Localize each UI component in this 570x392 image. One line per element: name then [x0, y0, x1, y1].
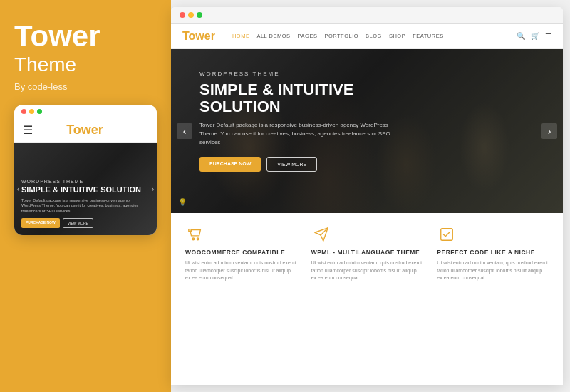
feature-code-title: PERFECT CODE LIKE A NICHE	[437, 249, 549, 256]
site-features: WOOCOMMERCE COMPATIBLE Ut wisi enim ad m…	[171, 213, 563, 385]
feature-woocommerce-text: Ut wisi enim ad minim veniam, quis nostr…	[185, 259, 297, 282]
purchase-button[interactable]: PURCHASE NOW	[200, 157, 261, 172]
viewmore-button[interactable]: VIEW MORE	[266, 157, 317, 172]
browser-chrome	[171, 7, 563, 24]
nav-blog[interactable]: BLOG	[366, 33, 382, 39]
nav-features[interactable]: FEATURES	[413, 33, 443, 39]
mobile-hero: ‹ › WORDPRESS THEME SIMPLE & INTUITIVE S…	[14, 143, 157, 235]
mobile-purchase-button[interactable]: PURCHASE NOW	[21, 218, 60, 228]
browser-window: Tower HOME ALL DEMOS PAGES PORTFOLIO BLO…	[171, 7, 563, 385]
feature-cart-icon-wrap	[185, 225, 205, 244]
browser-dot-red	[180, 12, 185, 18]
browser-window-dots	[180, 12, 202, 18]
theme-author: By code-less	[14, 81, 157, 92]
nav-shop[interactable]: SHOP	[389, 33, 405, 39]
mobile-window-dots	[21, 109, 42, 114]
mobile-dot-green	[37, 109, 42, 114]
browser-dot-yellow	[188, 12, 194, 18]
feature-wpml: WPML - MULTILANGUAGE THEME Ut wisi enim …	[311, 225, 423, 373]
right-panel: Tower HOME ALL DEMOS PAGES PORTFOLIO BLO…	[171, 0, 570, 392]
feature-code-text: Ut wisi enim ad minim veniam, quis nostr…	[437, 259, 549, 282]
search-icon[interactable]: 🔍	[517, 32, 525, 40]
nav-pages[interactable]: PAGES	[298, 33, 318, 39]
check-feature-icon	[439, 227, 455, 242]
mobile-next-arrow[interactable]: ›	[152, 185, 154, 192]
theme-title: Tower	[14, 21, 157, 51]
mobile-hero-title: SIMPLE & INTUITIVE SOLUTION	[21, 185, 150, 195]
mobile-hero-buttons: PURCHASE NOW VIEW MORE	[21, 218, 150, 228]
browser-dot-green	[197, 12, 202, 18]
hero-indicator: 💡	[178, 198, 187, 206]
mobile-hamburger-icon[interactable]: ☰	[23, 123, 33, 137]
mobile-hero-text: Tower Default package is a responsive bu…	[21, 198, 150, 215]
mobile-dot-red	[21, 109, 26, 114]
feature-wpml-title: WPML - MULTILANGUAGE THEME	[311, 249, 423, 256]
hero-next-arrow[interactable]: ›	[542, 123, 557, 139]
mobile-top-bar	[14, 105, 157, 118]
hero-title: SIMPLE & INTUITIVE SOLUTION	[200, 81, 399, 115]
nav-home[interactable]: HOME	[232, 33, 250, 39]
cart-feature-icon	[187, 227, 203, 242]
nav-links: HOME ALL DEMOS PAGES PORTFOLIO BLOG SHOP…	[232, 33, 507, 39]
nav-all-demos[interactable]: ALL DEMOS	[256, 33, 290, 39]
feature-woocommerce: WOOCOMMERCE COMPATIBLE Ut wisi enim ad m…	[185, 225, 297, 373]
left-panel: Tower Theme By code-less ☰ Tower ‹ › WOR…	[0, 0, 171, 392]
site-hero: WORDPRESS THEME SIMPLE & INTUITIVE SOLUT…	[171, 49, 563, 213]
mobile-logo-accent: T	[66, 123, 73, 137]
feature-woocommerce-title: WOOCOMMERCE COMPATIBLE	[185, 249, 297, 256]
nav-portfolio[interactable]: PORTFOLIO	[324, 33, 358, 39]
hero-desc: Tower Default package is a responsive bu…	[200, 121, 399, 147]
site-wrapper: Tower HOME ALL DEMOS PAGES PORTFOLIO BLO…	[171, 24, 563, 385]
mobile-prev-arrow[interactable]: ‹	[17, 185, 19, 192]
nav-icons: 🔍 🛒 ☰	[517, 32, 551, 40]
feature-code: PERFECT CODE LIKE A NICHE Ut wisi enim a…	[437, 225, 549, 373]
svg-point-2	[197, 238, 199, 240]
mobile-mockup: ☰ Tower ‹ › WORDPRESS THEME SIMPLE & INT…	[14, 105, 157, 235]
site-logo: Tower	[182, 30, 215, 43]
feature-plane-icon-wrap	[311, 225, 331, 244]
hero-content: WORDPRESS THEME SIMPLE & INTUITIVE SOLUT…	[171, 49, 428, 193]
menu-icon[interactable]: ☰	[545, 32, 551, 40]
mobile-dot-yellow	[29, 109, 34, 114]
feature-wpml-text: Ut wisi enim ad minim veniam, quis nostr…	[311, 259, 423, 282]
hero-wp-label: WORDPRESS THEME	[200, 71, 399, 77]
site-logo-accent: T	[182, 30, 189, 42]
mobile-viewmore-button[interactable]: VIEW MORE	[63, 218, 93, 228]
mobile-logo: Tower	[66, 123, 103, 138]
feature-check-icon-wrap	[437, 225, 457, 244]
mobile-hero-label: WORDPRESS THEME	[21, 179, 150, 184]
mobile-hero-content: WORDPRESS THEME SIMPLE & INTUITIVE SOLUT…	[21, 179, 150, 227]
mobile-nav: ☰ Tower	[14, 118, 157, 143]
svg-point-1	[192, 238, 195, 240]
plane-feature-icon	[314, 227, 329, 242]
hero-prev-arrow[interactable]: ‹	[177, 123, 192, 139]
hero-buttons: PURCHASE NOW VIEW MORE	[200, 157, 399, 172]
cart-icon[interactable]: 🛒	[531, 32, 539, 40]
site-nav: Tower HOME ALL DEMOS PAGES PORTFOLIO BLO…	[171, 24, 563, 49]
theme-subtitle: Theme	[14, 53, 157, 77]
